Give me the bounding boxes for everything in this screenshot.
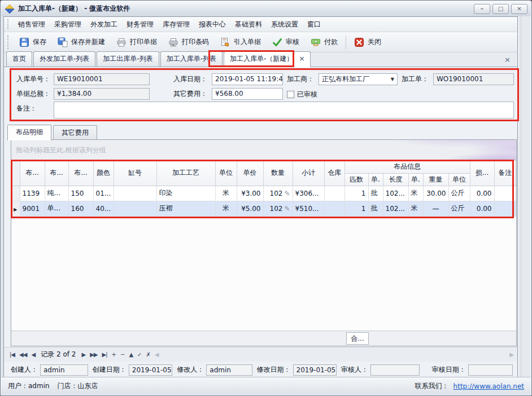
column-header-warehouse[interactable]: 仓库 xyxy=(324,161,345,186)
menu-inventory[interactable]: 库存管理 xyxy=(158,17,194,32)
processor-select[interactable]: 正弘布料加工厂▼ xyxy=(319,73,398,85)
cell-color[interactable]: 40... xyxy=(93,201,114,216)
cell-remark[interactable] xyxy=(494,186,516,201)
cell-pcs[interactable]: 1 xyxy=(345,201,368,216)
edit-icon[interactable]: ✎ xyxy=(284,190,290,197)
cell-loss[interactable]: 0.00 xyxy=(470,186,494,201)
cell-subtotal[interactable]: ¥510... xyxy=(293,201,324,216)
column-header-qty[interactable]: 数量 xyxy=(263,161,293,186)
menu-sales[interactable]: 销售管理 xyxy=(14,17,50,32)
chevron-down-icon[interactable]: ▼ xyxy=(391,74,394,84)
cell-loss[interactable]: 0.00 xyxy=(470,201,494,216)
cell-vat[interactable] xyxy=(114,201,156,216)
cell-qty[interactable]: 102✎ xyxy=(263,201,293,216)
print-receipt-button[interactable]: 打印单据 xyxy=(111,35,163,50)
cell-code[interactable]: 1139 xyxy=(20,186,45,201)
cell-name[interactable]: 纯... xyxy=(45,186,68,201)
menu-purchase[interactable]: 采购管理 xyxy=(50,17,86,32)
print-barcode-button[interactable]: 打印条码 xyxy=(163,35,215,50)
total-amount-field[interactable]: ¥1,384.00 xyxy=(54,88,150,100)
column-header-color[interactable]: 颜色 xyxy=(93,161,114,186)
cell-length[interactable]: 102... xyxy=(383,186,408,201)
save-and-new-button[interactable]: 保存并新建 xyxy=(52,35,111,50)
cell-pcs[interactable]: 1 xyxy=(345,186,368,201)
nav-append-icon[interactable]: + xyxy=(110,351,118,358)
import-receipt-button[interactable]: 引入单据 xyxy=(215,35,267,50)
tab-outsourcing-list[interactable]: 外发加工单-列表 xyxy=(33,51,95,67)
sum-button[interactable]: 合... xyxy=(346,332,369,345)
menu-settings[interactable]: 系统设置 xyxy=(267,17,303,32)
menu-outsourcing[interactable]: 外发加工 xyxy=(86,17,122,32)
close-form-button[interactable]: 关闭 xyxy=(348,35,387,50)
work-order-field[interactable]: WO19010001 xyxy=(433,73,514,85)
cell-price[interactable]: ¥3.00 xyxy=(237,186,263,201)
edit-icon[interactable]: ✎ xyxy=(284,205,290,213)
cell-pcs-unit[interactable]: 批 xyxy=(368,186,383,201)
cell-warehouse[interactable] xyxy=(324,201,345,216)
cell-name[interactable]: 单... xyxy=(45,201,68,216)
cell-vat[interactable] xyxy=(114,186,156,201)
cell-process[interactable]: 印染 xyxy=(156,186,215,201)
column-header-process[interactable]: 加工工艺 xyxy=(156,161,215,186)
column-header-pcs-unit[interactable]: 单. xyxy=(368,173,383,186)
nav-edit-icon[interactable]: ▲ xyxy=(127,351,135,358)
nav-prior-icon[interactable]: ◀ xyxy=(29,351,37,358)
nav-next-icon[interactable]: ▶ xyxy=(79,351,88,358)
cell-price[interactable]: ¥5.00 xyxy=(237,201,263,216)
inbound-date-picker[interactable]: 2019-01-05 11:19:48▼ xyxy=(212,73,283,85)
cell-weight-focused[interactable]: — xyxy=(423,201,448,216)
column-header-price[interactable]: 单价 xyxy=(237,161,263,186)
close-button[interactable]: ✕ xyxy=(511,4,527,14)
other-fee-field[interactable]: ¥568.00 xyxy=(212,88,283,100)
tab-processing-outbound-list[interactable]: 加工出库单-列表 xyxy=(97,51,159,67)
cell-process[interactable]: 压褶 xyxy=(156,201,215,216)
audited-checkbox[interactable] xyxy=(287,91,294,98)
column-header-name[interactable]: 布... xyxy=(45,161,68,186)
cell-color[interactable]: 01... xyxy=(93,186,114,201)
tab-other-fees[interactable]: 其它费用 xyxy=(53,125,97,140)
nav-prior-page-icon[interactable]: ◀◀ xyxy=(17,351,29,358)
save-button[interactable]: 保存 xyxy=(14,35,52,50)
column-header-length-unit[interactable]: 单. xyxy=(408,173,423,186)
cell-width[interactable]: 160 xyxy=(68,201,93,216)
column-header-width[interactable]: 布... xyxy=(68,161,93,186)
column-header-vat[interactable]: 缸号 xyxy=(114,161,156,186)
website-link[interactable]: http://www.aolan.net xyxy=(453,382,524,390)
column-header-unit[interactable]: 单位 xyxy=(215,161,237,186)
menu-reports[interactable]: 报表中心 xyxy=(194,17,230,32)
tab-fabric-detail[interactable]: 布品明细 xyxy=(7,125,51,140)
nav-next-page-icon[interactable]: ▶▶ xyxy=(88,351,99,358)
tab-home[interactable]: 首页 xyxy=(6,51,32,67)
audit-button[interactable]: 审核 xyxy=(267,35,305,50)
hscroll-right-icon[interactable]: ▶ xyxy=(509,351,514,358)
cell-length-unit[interactable]: 米 xyxy=(408,201,423,216)
nav-endedit-icon[interactable]: ✓ xyxy=(135,351,143,358)
cell-length[interactable]: 102... xyxy=(383,201,408,216)
cell-qty[interactable]: 102✎ xyxy=(263,186,293,201)
nav-first-icon[interactable]: |◀ xyxy=(7,351,17,358)
nav-delete-icon[interactable]: − xyxy=(118,351,127,358)
menu-window[interactable]: 窗口 xyxy=(303,17,325,32)
hscroll-left-icon[interactable]: ◀ xyxy=(152,351,161,358)
tabstrip-close-icon[interactable]: × xyxy=(504,55,511,64)
cell-pcs-unit[interactable]: 批 xyxy=(368,201,383,216)
remark-textarea[interactable] xyxy=(54,102,514,118)
cell-code[interactable]: 9001 xyxy=(20,201,45,216)
cell-unit[interactable]: 米 xyxy=(215,201,237,216)
cell-remark[interactable] xyxy=(494,201,516,216)
menu-finance[interactable]: 财务管理 xyxy=(122,17,158,32)
column-header-pcs[interactable]: 匹数 xyxy=(345,173,368,186)
tab-processing-inbound-list[interactable]: 加工入库单-列表 xyxy=(160,51,223,67)
column-header-subtotal[interactable]: 小计 xyxy=(293,161,324,186)
cell-weight[interactable]: 30.00 xyxy=(423,186,448,201)
menu-basedata[interactable]: 基础资料 xyxy=(230,17,267,32)
tab-processing-inbound-new[interactable]: 加工入库单-（新建）× xyxy=(224,51,311,67)
cell-subtotal[interactable]: ¥306... xyxy=(293,186,324,201)
cell-width[interactable]: 150 xyxy=(68,186,93,201)
cell-warehouse[interactable] xyxy=(324,186,345,201)
table-row[interactable]: 1139 纯... 150 01... 印染 米 ¥3.00 102✎ ¥306… xyxy=(11,186,516,201)
cell-unit[interactable]: 米 xyxy=(215,186,237,201)
receipt-no-field[interactable]: WE19010001 xyxy=(54,73,150,85)
cell-weight-unit[interactable]: 公斤 xyxy=(448,186,470,201)
minimize-button[interactable]: – xyxy=(474,4,490,14)
